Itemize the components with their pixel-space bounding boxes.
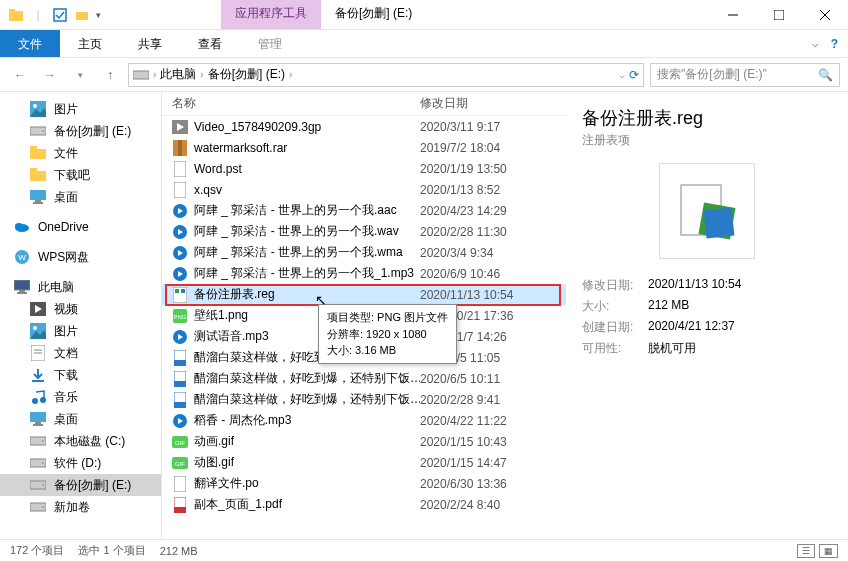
sidebar-item-label: 桌面 <box>54 189 78 206</box>
forward-button[interactable]: → <box>38 63 62 87</box>
history-dropdown[interactable]: ▾ <box>68 63 92 87</box>
file-date: 2019/7/2 18:04 <box>420 141 550 155</box>
gif-icon: GIF <box>172 434 188 450</box>
help-icon[interactable]: ? <box>831 37 838 51</box>
file-row[interactable]: 阿肆 _ 郭采洁 - 世界上的另一个我.wav2020/2/28 11:30 <box>162 221 566 242</box>
file-name: 阿肆 _ 郭采洁 - 世界上的另一个我_1.mp3 <box>194 265 414 282</box>
checkbox-icon[interactable] <box>52 7 68 23</box>
details-thumbnail <box>659 163 755 259</box>
dropdown-icon[interactable]: ⌵ <box>619 69 625 80</box>
file-row[interactable]: 稻香 - 周杰伦.mp32020/4/22 11:22 <box>162 410 566 431</box>
tooltip-line: 项目类型: PNG 图片文件 <box>327 309 448 326</box>
sidebar-item[interactable]: WWPS网盘 <box>0 246 161 268</box>
file-row[interactable]: 阿肆 _ 郭采洁 - 世界上的另一个我.aac2020/4/23 14:29 <box>162 200 566 221</box>
expand-ribbon-icon[interactable]: ⌵ <box>812 37 819 50</box>
status-selected: 选中 1 个项目 <box>78 543 145 558</box>
sidebar-item[interactable]: 下载 <box>0 364 161 386</box>
minimize-button[interactable] <box>710 0 756 29</box>
tab-home[interactable]: 主页 <box>60 30 120 57</box>
sidebar-item[interactable]: 文档 <box>0 342 161 364</box>
back-button[interactable]: ← <box>8 63 32 87</box>
folder-small-icon[interactable] <box>74 7 90 23</box>
sidebar-item[interactable]: 此电脑 <box>0 276 161 298</box>
sidebar-item[interactable]: 桌面 <box>0 408 161 430</box>
file-row[interactable]: 阿肆 _ 郭采洁 - 世界上的另一个我_1.mp32020/6/9 10:46 <box>162 263 566 284</box>
maximize-button[interactable] <box>756 0 802 29</box>
svg-rect-17 <box>30 190 46 200</box>
close-button[interactable] <box>802 0 848 29</box>
svg-point-46 <box>42 506 44 508</box>
audio-icon <box>172 413 188 429</box>
svg-rect-24 <box>14 280 30 290</box>
file-name: x.qsv <box>194 183 222 197</box>
search-input[interactable]: 搜索"备份[勿删] (E:)" 🔍 <box>650 63 840 87</box>
svg-rect-0 <box>9 11 23 21</box>
file-name: 醋溜白菜这样做，好吃到… <box>194 349 338 366</box>
file-row[interactable]: 备份注册表.reg2020/11/13 10:54 <box>162 284 566 305</box>
window-title: 备份[勿删] (E:) <box>321 0 426 29</box>
title-bar: | ▾ 应用程序工具 备份[勿删] (E:) <box>0 0 848 30</box>
sidebar-item[interactable]: 备份[勿删] (E:) <box>0 120 161 142</box>
up-button[interactable]: ↑ <box>98 63 122 87</box>
tab-manage[interactable]: 管理 <box>240 30 300 57</box>
prop-label: 创建日期: <box>582 319 648 336</box>
address-input[interactable]: › 此电脑 › 备份[勿删] (E:) › ⌵ ⟳ <box>128 63 644 87</box>
file-date: 2020/1/13 8:52 <box>420 183 550 197</box>
sidebar-item-label: 桌面 <box>54 411 78 428</box>
view-details-icon[interactable]: ☰ <box>797 544 815 558</box>
file-row[interactable]: 醋溜白菜这样做，好吃到爆，还特别下饭…2020/6/5 10:11 <box>162 368 566 389</box>
column-date[interactable]: 修改日期 <box>420 95 550 112</box>
doc-icon <box>172 392 188 408</box>
column-name[interactable]: 名称 <box>172 95 420 112</box>
onedrive-icon <box>14 219 30 235</box>
search-placeholder: 搜索"备份[勿删] (E:)" <box>657 66 767 83</box>
audio-icon <box>172 203 188 219</box>
sidebar-item-label: 软件 (D:) <box>54 455 101 472</box>
file-row[interactable]: Video_1578490209.3gp2020/3/11 9:17 <box>162 116 566 137</box>
sidebar-item[interactable]: 软件 (D:) <box>0 452 161 474</box>
sidebar-item[interactable]: 下载吧 <box>0 164 161 186</box>
file-row[interactable]: 醋溜白菜这样做，好吃到爆，还特别下饭…2020/2/28 9:41 <box>162 389 566 410</box>
file-list[interactable]: 名称 修改日期 Video_1578490209.3gp2020/3/11 9:… <box>162 92 566 539</box>
svg-rect-37 <box>35 422 41 424</box>
file-row[interactable]: 翻译文件.po2020/6/30 13:36 <box>162 473 566 494</box>
sidebar-item[interactable]: 文件 <box>0 142 161 164</box>
file-row[interactable]: x.qsv2020/1/13 8:52 <box>162 179 566 200</box>
sidebar-item-label: 图片 <box>54 323 78 340</box>
dropdown-icon[interactable]: ▾ <box>96 10 101 20</box>
detail-property: 创建日期:2020/4/21 12:37 <box>582 319 832 336</box>
detail-property: 修改日期:2020/11/13 10:54 <box>582 277 832 294</box>
file-row[interactable]: Word.pst2020/1/19 13:50 <box>162 158 566 179</box>
sidebar-item[interactable]: 视频 <box>0 298 161 320</box>
chevron-icon[interactable]: › <box>200 69 203 80</box>
prop-label: 修改日期: <box>582 277 648 294</box>
sidebar-item[interactable]: 新加卷 <box>0 496 161 518</box>
chevron-icon[interactable]: › <box>289 69 292 80</box>
breadcrumb-thispc[interactable]: 此电脑 <box>160 66 196 83</box>
sidebar-item[interactable]: 图片 <box>0 320 161 342</box>
context-tab[interactable]: 应用程序工具 <box>221 0 321 29</box>
file-row[interactable]: GIF动画.gif2020/1/15 10:43 <box>162 431 566 452</box>
tab-view[interactable]: 查看 <box>180 30 240 57</box>
sidebar-item[interactable]: 音乐 <box>0 386 161 408</box>
sidebar-item[interactable]: 图片 <box>0 98 161 120</box>
tab-file[interactable]: 文件 <box>0 30 60 57</box>
breadcrumb-location[interactable]: 备份[勿删] (E:) <box>208 66 285 83</box>
sidebar-item[interactable]: 桌面 <box>0 186 161 208</box>
detail-property: 可用性:脱机可用 <box>582 340 832 357</box>
file-row[interactable]: GIF动图.gif2020/1/15 14:47 <box>162 452 566 473</box>
refresh-icon[interactable]: ⟳ <box>629 68 639 82</box>
view-icons-icon[interactable]: ▦ <box>819 544 838 558</box>
sidebar-item[interactable]: 本地磁盘 (C:) <box>0 430 161 452</box>
file-row[interactable]: 阿肆 _ 郭采洁 - 世界上的另一个我.wma2020/3/4 9:34 <box>162 242 566 263</box>
divider-icon: | <box>30 7 46 23</box>
chevron-icon[interactable]: › <box>153 69 156 80</box>
file-row[interactable]: watermarksoft.rar2019/7/2 18:04 <box>162 137 566 158</box>
tab-share[interactable]: 共享 <box>120 30 180 57</box>
navigation-pane[interactable]: 图片备份[勿删] (E:)文件下载吧桌面OneDriveWWPS网盘此电脑视频图… <box>0 92 162 539</box>
file-row[interactable]: 副本_页面_1.pdf2020/2/24 8:40 <box>162 494 566 515</box>
sidebar-item[interactable]: OneDrive <box>0 216 161 238</box>
main-area: 图片备份[勿删] (E:)文件下载吧桌面OneDriveWWPS网盘此电脑视频图… <box>0 92 848 539</box>
sidebar-item[interactable]: 备份[勿删] (E:) <box>0 474 161 496</box>
video-icon <box>172 119 188 135</box>
